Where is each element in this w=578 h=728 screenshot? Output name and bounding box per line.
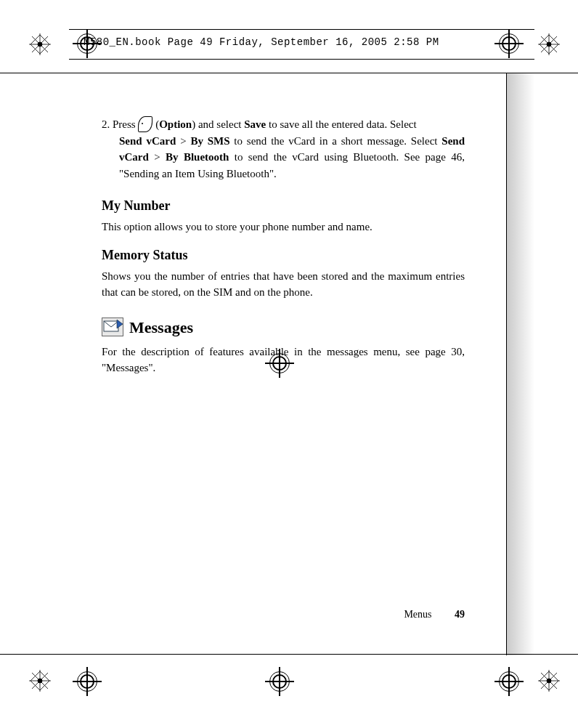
- crosshair-icon: [265, 667, 294, 696]
- text: >: [176, 135, 190, 147]
- memory-status-body: Shows you the number of entries that hav…: [102, 268, 465, 301]
- heading-my-number: My Number: [102, 196, 465, 216]
- heading-messages: Messages: [129, 315, 193, 339]
- page-number: 49: [455, 609, 465, 620]
- text: 2. Press: [102, 118, 138, 130]
- text: ) and select: [192, 118, 244, 130]
- crop-line: [0, 73, 578, 73]
- text: >: [149, 151, 166, 163]
- my-number-body: This option allows you to store your pho…: [102, 219, 465, 235]
- softkey-icon: [138, 116, 152, 132]
- heading-memory-status: Memory Status: [102, 246, 465, 265]
- page-shadow: [507, 73, 542, 655]
- print-mark-icon: [29, 33, 51, 55]
- page-footer: Menus 49: [102, 609, 465, 620]
- messages-body: For the description of features availabl…: [102, 344, 465, 376]
- print-mark-icon: [538, 670, 560, 692]
- send-vcard-label: Send vCard: [119, 135, 176, 147]
- crop-line: [0, 654, 578, 655]
- page-content: 2. Press (Option) and select Save to sav…: [102, 116, 465, 387]
- running-header: M580_EN.book Page 49 Friday, September 1…: [84, 36, 439, 48]
- step-2-cont: Send vCard > By SMS to send the vCard in…: [102, 133, 465, 182]
- by-bluetooth-label: By Bluetooth: [166, 151, 229, 163]
- print-mark-icon: [29, 670, 51, 692]
- crosshair-icon: [494, 667, 524, 696]
- messages-icon: [102, 318, 123, 336]
- option-label: Option: [159, 118, 192, 130]
- text: to send the vCard in a short message. Se…: [230, 135, 442, 147]
- footer-section: Menus: [404, 609, 431, 620]
- crosshair-icon: [73, 667, 102, 696]
- save-label: Save: [244, 118, 266, 130]
- step-2: 2. Press (Option) and select Save to sav…: [102, 116, 465, 133]
- heading-messages-row: Messages: [102, 315, 465, 339]
- by-sms-label: By SMS: [190, 135, 229, 147]
- print-mark-icon: [538, 33, 560, 55]
- text: to save all the entered data. Select: [266, 118, 416, 130]
